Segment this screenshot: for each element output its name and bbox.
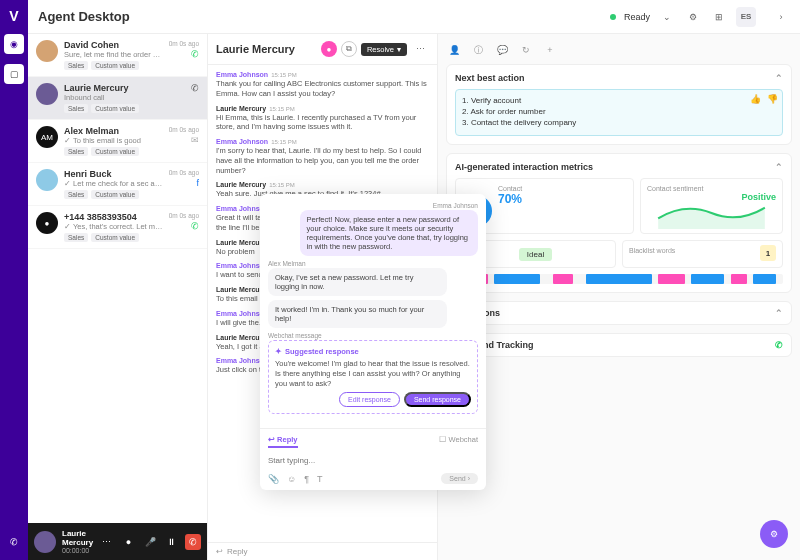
mail-icon: ✉: [191, 135, 199, 145]
whatsapp-icon: ✆: [191, 49, 199, 59]
message-bubble: It worked! I'm in. Thank you so much for…: [268, 300, 447, 328]
contact-preview: ✓ Let me check for a sec and I'll get ba…: [64, 179, 163, 188]
thumbs-down-icon[interactable]: 👎: [767, 94, 778, 104]
emoji-icon[interactable]: ☺: [287, 474, 296, 484]
tab-profile-icon[interactable]: 👤: [446, 42, 462, 58]
copy-icon[interactable]: ⧉: [341, 41, 357, 57]
message-bubble: Okay, I've set a new password. Let me tr…: [268, 268, 447, 296]
chevron-up-icon[interactable]: ⌃: [775, 162, 783, 172]
contact-item[interactable]: Henri Buck ✓ Let me check for a sec and …: [28, 163, 207, 206]
contact-preview: ✓ Yes, that's correct. Let me check what…: [64, 222, 163, 231]
settings-fab-icon[interactable]: ⚙: [760, 520, 788, 548]
reply-popup: Emma Johnson Perfect! Now, please enter …: [260, 194, 486, 490]
format-icon[interactable]: ¶: [304, 474, 309, 484]
whatsapp-icon: ✆: [191, 221, 199, 231]
mute-icon[interactable]: 🎤: [142, 534, 158, 550]
contact-item[interactable]: David Cohen Sure, let me find the order …: [28, 34, 207, 77]
avatar: [36, 83, 58, 105]
sentiment-metric: Contact sentiment Positive: [640, 178, 783, 234]
contact-item[interactable]: AM Alex Melman ✓ To this email is good S…: [28, 120, 207, 163]
avatar: [34, 531, 56, 553]
page-title: Agent Desktop: [38, 9, 130, 24]
avatar: ●: [36, 212, 58, 234]
status-dot: [610, 14, 616, 20]
contact-name: Alex Melman: [64, 126, 163, 136]
message-sender: Laurie Mercury: [216, 105, 266, 112]
reply-icon: ↩: [216, 547, 223, 556]
nav-home-icon[interactable]: ◉: [4, 34, 24, 54]
contact-name: +144 3858393504: [64, 212, 163, 222]
more-icon[interactable]: ⋯: [99, 534, 115, 550]
chevron-up-icon[interactable]: ⌃: [775, 308, 783, 318]
tab-chat-icon[interactable]: 💬: [494, 42, 510, 58]
user-avatar[interactable]: ES: [736, 7, 756, 27]
message-sender: Laurie Mercury: [216, 286, 266, 293]
contact-name: David Cohen: [64, 40, 163, 50]
contact-name: Henri Buck: [64, 169, 163, 179]
active-call-bar: Laurie Mercury 00:00:00 ⋯ ● 🎤 ⏸ ✆: [28, 523, 207, 560]
webchat-tab[interactable]: ☐ Webchat: [439, 435, 478, 448]
contact-name: Laurie Mercury: [64, 83, 185, 93]
message-bubble: Perfect! Now, please enter a new passwor…: [300, 210, 479, 256]
contact-item[interactable]: Laurie Mercury Inbound call SalesCustom …: [28, 77, 207, 120]
call-timer: 00:00:00: [62, 547, 93, 554]
contact-preview: Inbound call: [64, 93, 185, 102]
phone-icon: ✆: [191, 83, 199, 93]
blacklist-metric: Blacklist words 1: [622, 240, 783, 268]
record-icon[interactable]: ●: [121, 534, 137, 550]
resolve-button[interactable]: Resolve▾: [361, 43, 407, 56]
message-text: I'm sorry to hear that, Laurie. I'll do …: [216, 146, 429, 175]
next-icon[interactable]: ›: [772, 8, 790, 26]
reply-bar[interactable]: ↩ Reply: [208, 542, 437, 560]
avatar: [36, 169, 58, 191]
whatsapp-icon: ✆: [775, 340, 783, 350]
channel-badge-icon[interactable]: ●: [321, 41, 337, 57]
avatar: [36, 40, 58, 62]
avatar: AM: [36, 126, 58, 148]
reply-tab[interactable]: ↩ Reply: [268, 435, 298, 448]
end-call-icon[interactable]: ✆: [185, 534, 201, 550]
nba-title: Next best action: [455, 73, 525, 83]
tab-add-icon[interactable]: +: [542, 42, 558, 58]
contact-list: David Cohen Sure, let me find the order …: [28, 34, 208, 560]
contact-preview: Sure, let me find the order number for y…: [64, 50, 163, 59]
message-sender: Laurie Mercury: [216, 239, 266, 246]
metrics-title: AI-generated interaction metrics: [455, 162, 593, 172]
contact-item[interactable]: ● +144 3858393504 ✓ Yes, that's correct.…: [28, 206, 207, 249]
phone-icon[interactable]: ✆: [4, 532, 24, 552]
sparkle-icon: ✦: [275, 347, 282, 356]
chevron-down-icon[interactable]: ⌄: [658, 8, 676, 26]
left-rail: V ◉ ▢ ✆: [0, 0, 28, 560]
message-text: Hi Emma, this is Laurie. I recently purc…: [216, 113, 429, 133]
more-icon[interactable]: ⋯: [411, 40, 429, 58]
nav-item-icon[interactable]: ▢: [4, 64, 24, 84]
send-response-button[interactable]: Send response: [404, 392, 471, 407]
logo: V: [9, 8, 18, 24]
chevron-up-icon[interactable]: ⌃: [775, 73, 783, 83]
message-sender: Emma Johnson: [216, 71, 268, 78]
message-sender: Laurie Mercury: [216, 334, 266, 341]
text-icon[interactable]: T: [317, 474, 323, 484]
nba-box: 👍👎 1. Verify account 2. Ask for order nu…: [455, 89, 783, 136]
topbar: Agent Desktop Ready ⌄ ⚙ ⊞ ES ›: [28, 0, 800, 34]
message-text: Thank you for calling ABC Electronics cu…: [216, 79, 429, 99]
message-sender: Emma Johnson: [216, 138, 268, 145]
attach-icon[interactable]: 📎: [268, 474, 279, 484]
insights-panel: 👤 ⓘ 💬 ↻ + Next best action⌃ 👍👎 1. Verify…: [438, 34, 800, 560]
status-text[interactable]: Ready: [624, 12, 650, 22]
grid-icon[interactable]: ⊞: [710, 8, 728, 26]
call-name: Laurie Mercury: [62, 529, 93, 547]
contact-preview: ✓ To this email is good: [64, 136, 163, 145]
reply-input[interactable]: [268, 452, 478, 469]
thumbs-up-icon[interactable]: 👍: [750, 94, 761, 104]
tab-info-icon[interactable]: ⓘ: [470, 42, 486, 58]
tab-history-icon[interactable]: ↻: [518, 42, 534, 58]
gear-icon[interactable]: ⚙: [684, 8, 702, 26]
pause-icon[interactable]: ⏸: [164, 534, 180, 550]
facebook-icon: f: [196, 178, 199, 188]
timeline: [455, 274, 783, 284]
send-button[interactable]: Send ›: [441, 473, 478, 484]
conversation-title: Laurie Mercury: [216, 43, 317, 55]
edit-response-button[interactable]: Edit response: [339, 392, 400, 407]
message-sender: Laurie Mercury: [216, 181, 266, 188]
